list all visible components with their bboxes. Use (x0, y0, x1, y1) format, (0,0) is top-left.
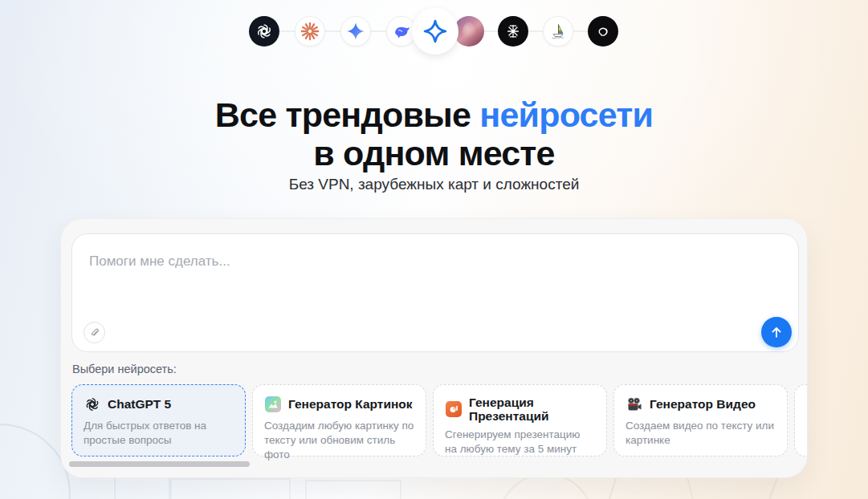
page-subtitle: Без VPN, зарубежных карт и сложностей (0, 176, 868, 193)
prompt-panel: Выбери нейросеть: ChatGPT 5 Для быстрых … (60, 218, 808, 478)
openai-icon (84, 396, 100, 412)
prompt-input[interactable] (72, 234, 798, 351)
card-title: Генератор Видео (650, 397, 756, 411)
model-card-image-generator[interactable]: Генератор Картинок Создадим любую картин… (252, 384, 426, 456)
cards-scrollbar-thumb[interactable] (69, 461, 250, 467)
card-title: Генератор Картинок (288, 397, 413, 411)
title-highlight: нейросети (479, 95, 653, 134)
model-card-presentations[interactable]: Генерация Презентаций Сгенерируем презен… (433, 384, 607, 456)
picture-icon (264, 396, 281, 412)
geometric-star-icon[interactable] (498, 16, 528, 47)
sparkle-star-icon[interactable] (412, 8, 458, 55)
model-card-partial[interactable] (794, 384, 808, 456)
card-description: Создадим любую картинку по тексту или об… (264, 419, 414, 461)
presentation-icon (445, 401, 462, 418)
claude-icon[interactable] (295, 16, 325, 47)
title-line2: в одном месте (0, 136, 868, 172)
prompt-box (71, 233, 799, 352)
background-decoration (305, 480, 401, 499)
card-description: Для быстрых ответов на простые вопросы (84, 419, 234, 448)
video-camera-icon (626, 396, 642, 412)
model-card-video-generator[interactable]: Генератор Видео Создаем видео по тексту … (613, 384, 788, 456)
openai-icon[interactable] (249, 16, 279, 47)
card-title: ChatGPT 5 (108, 397, 171, 411)
loop-icon[interactable] (588, 16, 618, 47)
model-picker-label: Выбери нейросеть: (72, 363, 177, 375)
arrow-up-icon (768, 324, 784, 340)
card-title: Генерация Презентаций (469, 396, 569, 424)
sailboat-icon[interactable] (543, 16, 573, 47)
attach-file-button[interactable] (84, 322, 105, 343)
gemini-icon[interactable] (340, 16, 371, 47)
send-button[interactable] (761, 317, 792, 347)
paperclip-icon (89, 327, 100, 339)
model-card-chatgpt5[interactable]: ChatGPT 5 Для быстрых ответов на простые… (71, 384, 246, 456)
title-prefix: Все трендовые (215, 95, 479, 134)
card-description: Сгенерируем презентацию на любую тему за… (445, 428, 595, 456)
background-decoration (170, 478, 291, 499)
card-description: Создаем видео по тексту или картинке (626, 419, 776, 448)
page-title: Все трендовые нейросетив одном месте (0, 98, 868, 172)
